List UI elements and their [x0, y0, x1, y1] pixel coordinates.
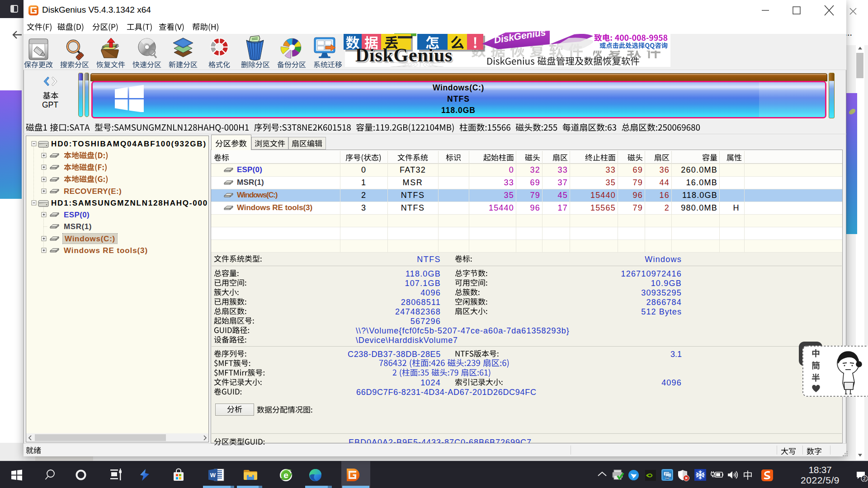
svg-text:2: 2 — [863, 476, 866, 481]
svg-text:W: W — [210, 472, 216, 479]
